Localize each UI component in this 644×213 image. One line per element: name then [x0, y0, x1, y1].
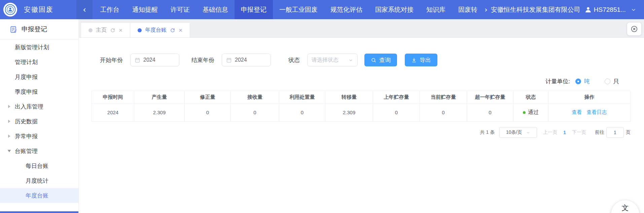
next-page-button[interactable]: 下一页	[572, 129, 586, 135]
table-header-row: 申报时间 产生量 修正量 接收量 利用处置量 转移量 上年贮存量 当前贮存量 超…	[92, 91, 631, 103]
app-logo-icon	[3, 3, 17, 17]
start-year-label: 开始年份	[100, 56, 123, 64]
tab-close-icon[interactable]: ×	[179, 27, 182, 33]
table-row: 2024 2.309 0 0 0 2.309 0 0 0 通过 查看查看日志	[92, 103, 631, 122]
unit-radio-ton[interactable]: 吨	[575, 78, 590, 85]
company-name: 安徽恒生科技发展集团有限公司	[491, 5, 580, 14]
end-year-input[interactable]: 2024	[222, 54, 271, 66]
nav-item-basic-info[interactable]: 基础信息	[196, 0, 235, 19]
goto-label: 前往	[595, 129, 604, 135]
circle-close-icon	[631, 25, 638, 33]
status-label: 状态	[288, 56, 300, 64]
calendar-icon	[226, 57, 232, 63]
tab-refresh-icon[interactable]	[170, 28, 175, 33]
search-icon	[371, 57, 377, 63]
sidebar-item-history-data[interactable]: 历史数据	[0, 114, 78, 129]
download-icon	[411, 57, 417, 63]
nav-item-waste-transfer[interactable]: 固废转	[452, 0, 484, 19]
cell-utilized: 0	[279, 103, 325, 122]
unit-label: 计量单位:	[545, 78, 570, 85]
tab-home[interactable]: 主页 ×	[81, 23, 130, 37]
nav-item-workbench[interactable]: 工作台	[94, 0, 126, 19]
nav-item-declaration[interactable]: 申报登记	[235, 0, 273, 19]
goto-page-input[interactable]: 1	[606, 127, 624, 138]
nav-item-standardization-eval[interactable]: 规范化评估	[324, 0, 369, 19]
sidebar-header: 申报登记	[0, 19, 78, 39]
main-content: 开始年份 2024 结束年份 2024 状态 请选择状态 查询 导出 计量单位:…	[79, 38, 644, 213]
tab-status-dot	[88, 28, 93, 32]
page-unit-label: 页	[626, 129, 631, 135]
status-dot-green	[523, 111, 526, 114]
sidebar-item-annual-ledger[interactable]: 年度台账	[0, 188, 78, 203]
nav-scroll-right-icon[interactable]: ›	[485, 5, 488, 14]
col-over-year-storage: 超一年贮存量	[467, 91, 513, 103]
user-menu-chevron-down-icon[interactable]	[631, 7, 637, 13]
sidebar-item-daily-ledger[interactable]: 每日台账	[0, 158, 78, 173]
cell-current-storage: 0	[420, 103, 467, 122]
start-year-input[interactable]: 2024	[130, 54, 179, 66]
floating-widget-button[interactable]: 文	[611, 200, 639, 213]
ledger-table-wrap: 申报时间 产生量 修正量 接收量 利用处置量 转移量 上年贮存量 当前贮存量 超…	[92, 91, 631, 122]
nav-item-national-system[interactable]: 国家系统对接	[369, 0, 420, 19]
nav-item-general-industrial-waste[interactable]: 一般工业固废	[273, 0, 324, 19]
end-year-label: 结束年份	[191, 56, 214, 64]
sidebar-item-abnormal-declare[interactable]: 异常申报	[0, 129, 78, 144]
tab-annual-ledger[interactable]: 年度台账 ×	[130, 23, 190, 37]
cell-over-year-storage: 0	[467, 103, 513, 122]
status-select[interactable]: 请选择状态	[307, 54, 358, 66]
chevron-down-icon	[526, 130, 530, 135]
nav-item-notifications[interactable]: 通知提醒	[126, 0, 164, 19]
close-all-tabs-button[interactable]	[627, 23, 641, 35]
unit-option-label: 只	[613, 78, 619, 85]
tab-close-icon[interactable]: ×	[119, 27, 122, 33]
col-declare-time: 申报时间	[92, 91, 134, 103]
sidebar-item-inout-storage[interactable]: 出入库管理	[0, 99, 78, 114]
sidebar-item-label: 历史数据	[15, 118, 38, 125]
sidebar-item-quarterly-declare[interactable]: 季度申报	[0, 84, 78, 99]
sidebar-item-monthly-stats[interactable]: 月度统计	[0, 173, 78, 188]
current-page-number[interactable]: 1	[563, 130, 566, 135]
pagination: 共 1 条 10条/页 上一页 1 下一页 前往 1 页	[79, 127, 631, 138]
col-corrected: 修正量	[185, 91, 231, 103]
sidebar-item-new-mgmt-plan[interactable]: 新版管理计划	[0, 40, 78, 55]
sidebar-item-monthly-declare[interactable]: 月度申报	[0, 69, 78, 84]
radio-unselected-icon	[605, 79, 610, 84]
sidebar-item-mgmt-plan[interactable]: 管理计划	[0, 55, 78, 69]
radio-selected-icon	[575, 79, 581, 84]
cell-actions: 查看查看日志	[548, 103, 631, 122]
calendar-icon	[135, 57, 140, 63]
chevron-down-icon	[348, 58, 353, 63]
tab-refresh-icon[interactable]	[110, 28, 115, 33]
tab-label: 年度台账	[145, 27, 167, 34]
col-current-storage: 当前贮存量	[420, 91, 467, 103]
cell-received: 0	[231, 103, 279, 122]
collapse-caret-icon	[8, 150, 11, 152]
export-button[interactable]: 导出	[405, 54, 437, 66]
goto-page-value: 1	[614, 130, 616, 135]
nav-item-knowledge-base[interactable]: 知识库	[420, 0, 452, 19]
annual-ledger-table: 申报时间 产生量 修正量 接收量 利用处置量 转移量 上年贮存量 当前贮存量 超…	[92, 91, 631, 122]
view-link[interactable]: 查看	[572, 109, 582, 115]
search-button[interactable]: 查询	[364, 54, 397, 66]
cell-prev-year-storage: 0	[373, 103, 420, 122]
unit-selector: 计量单位: 吨 只	[79, 78, 619, 85]
sidebar-item-label: 出入库管理	[15, 103, 43, 111]
start-year-value: 2024	[143, 57, 155, 63]
username[interactable]: HS72851...	[594, 6, 626, 13]
tab-status-dot	[138, 28, 142, 32]
sidebar: 申报登记 新版管理计划 管理计划 月度申报 季度申报 出入库管理 历史数据 异常…	[0, 19, 79, 213]
col-status: 状态	[513, 91, 548, 103]
main-nav: 工作台 通知提醒 许可证 基础信息 申报登记 一般工业固废 规范化评估 国家系统…	[94, 0, 484, 19]
nav-item-license[interactable]: 许可证	[164, 0, 196, 19]
view-log-link[interactable]: 查看日志	[587, 109, 607, 115]
unit-option-label: 吨	[584, 78, 590, 85]
declaration-doc-icon	[10, 26, 17, 33]
cell-status: 通过	[513, 103, 548, 122]
tab-strip: 主页 × 年度台账 ×	[79, 19, 644, 38]
page-size-select[interactable]: 10条/页	[499, 127, 537, 138]
col-utilized: 利用处置量	[279, 91, 325, 103]
sidebar-collapse-icon[interactable]: ‹	[76, 0, 93, 19]
sidebar-item-ledger-mgmt[interactable]: 台账管理	[0, 144, 78, 158]
unit-radio-piece[interactable]: 只	[605, 78, 619, 85]
prev-page-button[interactable]: 上一页	[543, 129, 557, 135]
